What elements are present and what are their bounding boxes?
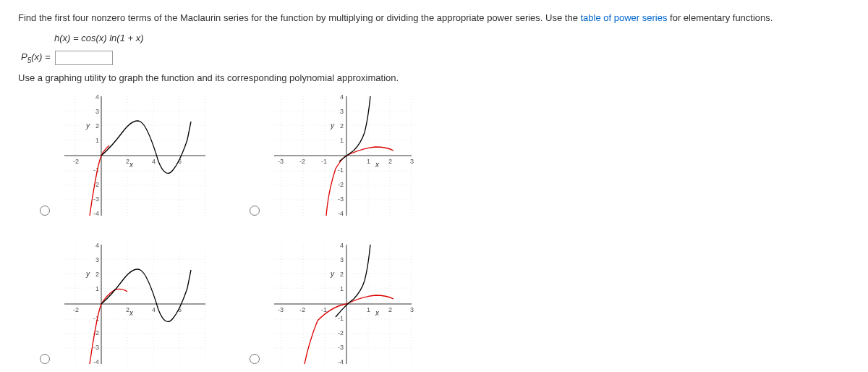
svg-text:-4: -4	[338, 210, 344, 217]
graph-option-c: -2 2 4 6 -4 -3 -2 -1 1 2 3 4 x y	[40, 237, 228, 371]
svg-text:-1: -1	[321, 306, 327, 313]
svg-text:-2: -2	[299, 306, 305, 313]
svg-text:4: 4	[95, 93, 99, 101]
svg-text:y: y	[330, 122, 335, 130]
graph-options-grid: -2 2 4 6 -4 -3 -2 -1 1 2 3 4 x y	[40, 89, 850, 371]
svg-text:1: 1	[95, 285, 99, 292]
svg-text:1: 1	[367, 158, 370, 165]
question-prompt: Find the first four nonzero terms of the…	[18, 11, 850, 25]
radio-option-b[interactable]	[250, 206, 260, 216]
svg-text:2: 2	[340, 271, 344, 278]
svg-text:-2: -2	[338, 329, 344, 337]
function-definition: h(x) = cos(x) ln(1 + x)	[54, 33, 850, 43]
p5-answer-input[interactable]	[55, 51, 113, 65]
svg-text:2: 2	[95, 122, 99, 130]
svg-text:2: 2	[388, 158, 392, 165]
graph-c-svg: -2 2 4 6 -4 -3 -2 -1 1 2 3 4 x y	[57, 237, 209, 371]
answer-label: P5(x) =	[21, 51, 51, 64]
answer-row: P5(x) =	[21, 51, 850, 65]
graph-option-b: -3 -2 -1 1 2 3 -4 -3 -2 -1 1 2 3 4 x y	[250, 89, 438, 223]
svg-text:-2: -2	[73, 306, 79, 313]
svg-text:-3: -3	[278, 158, 284, 165]
svg-text:-4: -4	[93, 210, 99, 217]
graph-option-d: -3 -2 -1 1 2 3 -4 -3 -2 -1 1 2 3 4 x y	[250, 237, 438, 371]
svg-text:3: 3	[95, 108, 99, 115]
svg-text:2: 2	[388, 306, 392, 313]
svg-text:1: 1	[340, 137, 344, 144]
svg-text:2: 2	[95, 271, 99, 278]
radio-option-d[interactable]	[250, 354, 260, 364]
graph-instruction: Use a graphing utility to graph the func…	[18, 72, 850, 83]
svg-text:-3: -3	[278, 306, 284, 313]
svg-text:3: 3	[340, 256, 344, 263]
svg-text:4: 4	[340, 93, 344, 101]
graph-option-a: -2 2 4 6 -4 -3 -2 -1 1 2 3 4 x y	[40, 89, 228, 223]
svg-text:3: 3	[410, 158, 414, 165]
svg-text:-3: -3	[338, 344, 344, 351]
graph-b-svg: -3 -2 -1 1 2 3 -4 -3 -2 -1 1 2 3 4 x y	[267, 89, 419, 223]
svg-text:1: 1	[95, 137, 99, 144]
svg-text:-1: -1	[321, 158, 327, 165]
svg-text:y: y	[85, 270, 90, 278]
svg-text:4: 4	[152, 158, 156, 165]
svg-text:4: 4	[95, 242, 99, 249]
svg-text:-3: -3	[338, 195, 344, 203]
svg-text:x: x	[129, 309, 134, 317]
svg-text:-1: -1	[338, 166, 344, 174]
svg-text:3: 3	[340, 108, 344, 115]
svg-text:3: 3	[95, 256, 99, 263]
radio-option-a[interactable]	[40, 206, 50, 216]
graph-a-svg: -2 2 4 6 -4 -3 -2 -1 1 2 3 4 x y	[57, 89, 209, 223]
svg-text:y: y	[85, 122, 90, 130]
svg-text:-3: -3	[93, 195, 99, 203]
prompt-text-1: Find the first four nonzero terms of the…	[18, 12, 581, 23]
graph-d-svg: -3 -2 -1 1 2 3 -4 -3 -2 -1 1 2 3 4 x y	[267, 237, 419, 371]
svg-text:x: x	[129, 161, 134, 169]
svg-text:x: x	[375, 309, 380, 317]
svg-text:-2: -2	[73, 158, 79, 165]
svg-text:y: y	[330, 270, 335, 278]
svg-text:1: 1	[340, 285, 344, 292]
svg-text:-3: -3	[93, 344, 99, 351]
svg-text:-2: -2	[338, 181, 344, 188]
power-series-link[interactable]: table of power series	[581, 12, 668, 23]
svg-text:4: 4	[152, 306, 156, 313]
svg-text:-4: -4	[338, 358, 344, 365]
svg-text:4: 4	[340, 242, 344, 249]
prompt-text-2: for elementary functions.	[670, 12, 773, 23]
svg-text:x: x	[375, 161, 380, 169]
svg-text:3: 3	[410, 306, 414, 313]
svg-text:1: 1	[367, 306, 370, 313]
svg-text:-2: -2	[299, 158, 305, 165]
svg-text:-1: -1	[338, 315, 344, 322]
svg-text:-4: -4	[93, 358, 99, 365]
radio-option-c[interactable]	[40, 354, 50, 364]
svg-text:2: 2	[340, 122, 344, 130]
